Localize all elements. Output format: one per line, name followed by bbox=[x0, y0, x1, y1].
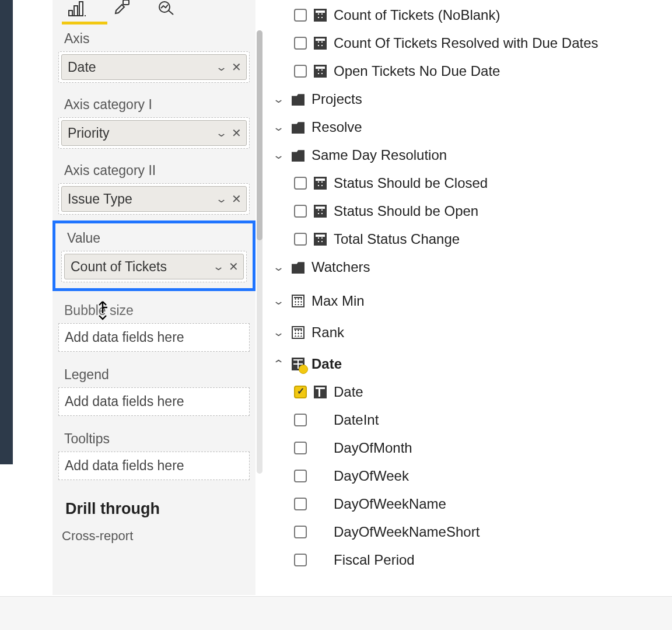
field-column[interactable]: DayOfMonth bbox=[272, 434, 672, 462]
checkbox[interactable] bbox=[294, 554, 307, 566]
folder-label: Resolve bbox=[312, 119, 672, 135]
viz-pane-scrollbar[interactable] bbox=[257, 30, 262, 474]
close-icon[interactable]: ✕ bbox=[232, 60, 242, 74]
table-label: Date bbox=[312, 356, 672, 372]
checkbox[interactable] bbox=[294, 386, 307, 398]
svg-rect-1 bbox=[74, 6, 78, 16]
well-value[interactable]: Count of Tickets ⌄ ✕ bbox=[61, 251, 247, 282]
scrollbar-thumb[interactable] bbox=[257, 30, 262, 240]
field-label: DayOfWeekNameShort bbox=[334, 524, 672, 540]
checkbox[interactable] bbox=[294, 498, 307, 510]
fields-tab-icon[interactable] bbox=[68, 0, 89, 16]
field-measure[interactable]: Count of Tickets (NoBlank) bbox=[272, 1, 672, 29]
checkbox[interactable] bbox=[294, 65, 307, 78]
close-icon[interactable]: ✕ bbox=[232, 126, 242, 140]
well-label-axis-cat1: Axis category I bbox=[52, 89, 256, 117]
table-label: Max Min bbox=[312, 293, 672, 309]
checkbox[interactable] bbox=[294, 177, 307, 190]
value-well-highlight: Value Count of Tickets ⌄ ✕ bbox=[52, 220, 256, 291]
pill-axis-cat1[interactable]: Priority ⌄ ✕ bbox=[61, 120, 247, 146]
field-measure[interactable]: Status Should be Closed bbox=[272, 169, 672, 197]
analytics-tab-icon[interactable] bbox=[156, 0, 177, 16]
table-date[interactable]: ⌃ Date bbox=[272, 350, 672, 378]
well-label-axis: Axis bbox=[52, 23, 256, 51]
folder-same-day[interactable]: ⌄ Same Day Resolution bbox=[272, 141, 672, 169]
measure-icon bbox=[314, 205, 327, 218]
chevron-down-icon[interactable]: ⌄ bbox=[270, 326, 288, 339]
field-column[interactable]: DayOfWeekName bbox=[272, 490, 672, 518]
table-label: Rank bbox=[312, 324, 672, 341]
checkbox[interactable] bbox=[294, 442, 307, 454]
chevron-down-icon[interactable]: ⌄ bbox=[215, 61, 228, 74]
well-label-bubble: Bubble size bbox=[52, 295, 256, 323]
field-measure[interactable]: Count Of Tickets Resolved with Due Dates bbox=[272, 29, 672, 57]
placeholder-text: Add data fields here bbox=[65, 330, 184, 345]
table-rank[interactable]: ⌄ Rank bbox=[272, 318, 672, 346]
chevron-down-icon[interactable]: ⌄ bbox=[270, 121, 288, 134]
svg-rect-0 bbox=[69, 10, 72, 16]
well-label-axis-cat2: Axis category II bbox=[52, 155, 256, 183]
pill-axis-cat2[interactable]: Issue Type ⌄ ✕ bbox=[61, 186, 247, 212]
measure-icon bbox=[314, 37, 327, 50]
chevron-down-icon[interactable]: ⌄ bbox=[270, 149, 288, 162]
pill-axis-text: Date bbox=[68, 60, 217, 75]
svg-rect-2 bbox=[79, 2, 83, 16]
chevron-down-icon[interactable]: ⌄ bbox=[270, 261, 288, 274]
well-bubble[interactable]: Add data fields here bbox=[58, 323, 250, 352]
calc-table-icon bbox=[292, 326, 304, 339]
folder-icon bbox=[292, 121, 304, 134]
folder-label: Watchers bbox=[312, 259, 672, 275]
chevron-down-icon[interactable]: ⌄ bbox=[270, 93, 288, 106]
chevron-down-icon[interactable]: ⌄ bbox=[270, 295, 288, 307]
field-column[interactable]: DayOfWeek bbox=[272, 462, 672, 490]
field-label: Open Tickets No Due Date bbox=[334, 63, 672, 79]
field-column[interactable]: Date bbox=[272, 378, 672, 406]
chevron-up-icon[interactable]: ⌃ bbox=[270, 358, 288, 370]
well-axis-cat1[interactable]: Priority ⌄ ✕ bbox=[58, 117, 250, 149]
pill-axis-cat2-text: Issue Type bbox=[68, 191, 217, 207]
chevron-down-icon[interactable]: ⌄ bbox=[212, 260, 225, 273]
well-label-value: Value bbox=[59, 227, 249, 251]
folder-watchers[interactable]: ⌄ Watchers bbox=[272, 253, 672, 281]
well-legend[interactable]: Add data fields here bbox=[58, 387, 250, 416]
checkbox[interactable] bbox=[294, 470, 307, 482]
measure-icon bbox=[314, 65, 327, 78]
close-icon[interactable]: ✕ bbox=[232, 192, 242, 206]
folder-projects[interactable]: ⌄ Projects bbox=[272, 85, 672, 113]
checkbox[interactable] bbox=[294, 233, 307, 246]
field-measure[interactable]: Open Tickets No Due Date bbox=[272, 57, 672, 85]
field-label: Count of Tickets (NoBlank) bbox=[334, 7, 672, 23]
viz-tabs bbox=[52, 0, 256, 20]
format-tab-icon[interactable] bbox=[112, 0, 133, 16]
field-column[interactable]: DayOfWeekNameShort bbox=[272, 518, 672, 546]
field-measure[interactable]: Status Should be Open bbox=[272, 197, 672, 225]
checkbox[interactable] bbox=[294, 414, 307, 426]
field-measure[interactable]: Total Status Change bbox=[272, 225, 672, 253]
well-tooltips[interactable]: Add data fields here bbox=[58, 452, 250, 480]
well-axis-cat2[interactable]: Issue Type ⌄ ✕ bbox=[58, 183, 250, 215]
chevron-down-icon[interactable]: ⌄ bbox=[215, 127, 228, 139]
table-maxmin[interactable]: ⌄ Max Min bbox=[272, 287, 672, 315]
field-column[interactable]: DateInt bbox=[272, 406, 672, 434]
folder-resolve[interactable]: ⌄ Resolve bbox=[272, 113, 672, 141]
field-label: Count Of Tickets Resolved with Due Dates bbox=[334, 35, 672, 51]
checkbox[interactable] bbox=[294, 9, 307, 22]
field-label: DayOfWeek bbox=[334, 468, 672, 484]
measure-icon bbox=[314, 9, 327, 22]
chevron-down-icon[interactable]: ⌄ bbox=[215, 192, 228, 205]
checkbox[interactable] bbox=[294, 205, 307, 218]
close-icon[interactable]: ✕ bbox=[229, 260, 239, 274]
checkbox[interactable] bbox=[294, 37, 307, 50]
table-icon bbox=[292, 358, 304, 370]
field-column[interactable]: Fiscal Period bbox=[272, 546, 672, 574]
pill-value[interactable]: Count of Tickets ⌄ ✕ bbox=[64, 254, 244, 279]
checkbox[interactable] bbox=[294, 526, 307, 538]
pill-axis[interactable]: Date ⌄ ✕ bbox=[61, 54, 247, 80]
calc-table-icon bbox=[292, 295, 304, 307]
field-label: DayOfWeekName bbox=[334, 496, 672, 512]
drill-through-heading: Drill through bbox=[52, 487, 256, 522]
field-label: Date bbox=[334, 384, 672, 400]
pill-value-text: Count of Tickets bbox=[71, 259, 214, 275]
visualizations-pane: Axis Date ⌄ ✕ Axis category I Priority ⌄… bbox=[52, 0, 256, 595]
well-axis[interactable]: Date ⌄ ✕ bbox=[58, 51, 250, 83]
